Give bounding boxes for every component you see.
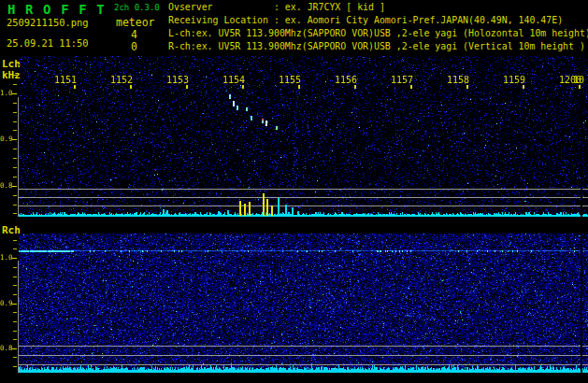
lch-freq-major-tick	[12, 93, 17, 94]
lch-freq-major-tick	[12, 186, 17, 187]
lch-freq-minor-tick	[13, 177, 17, 177]
rch-freq-minor-tick	[13, 267, 17, 268]
lch-freq-minor-tick	[13, 167, 17, 168]
time-tick-1158	[466, 85, 468, 89]
mode-label: meteor	[116, 16, 155, 29]
time-label-1154: 1154	[221, 75, 245, 85]
lch-freq-major-tick	[12, 139, 17, 140]
time-tick-1156	[354, 85, 356, 89]
lch-freq-minor-tick	[13, 84, 17, 85]
rch-freq-minor-tick	[13, 285, 17, 286]
lch-freq-label-0.8: 0.8	[0, 181, 13, 190]
time-label-1155: 1155	[277, 75, 301, 85]
time-label-1152: 1152	[108, 75, 133, 85]
rch-freq-minor-tick	[13, 366, 17, 367]
datetime-label: 25.09.21 11:50	[7, 37, 89, 49]
lch-freq-label-0.9: 0.9	[0, 135, 13, 143]
output-filename: 2509211150.png	[7, 17, 89, 28]
channel-version-label: 2ch 0.3.0	[114, 3, 160, 12]
time-tick-1200	[579, 85, 581, 89]
time-label-1153: 1153	[165, 75, 189, 85]
time-tick-1152	[130, 85, 132, 89]
time-tick-1154	[242, 85, 244, 89]
lch-freq-minor-tick	[13, 158, 17, 159]
lch-freq-minor-tick	[13, 112, 17, 113]
lch-freq-minor-tick	[13, 121, 17, 122]
lch-freq-minor-tick	[13, 103, 17, 104]
lch-freq-minor-tick	[13, 130, 17, 131]
location-line: Receiving Location : ex. Aomori City Aom…	[168, 15, 563, 26]
rch-freq-minor-tick	[13, 240, 17, 241]
rch-freq-major-tick	[12, 348, 17, 349]
rch-panel-title: Rch	[2, 224, 21, 236]
lch-freq-minor-tick	[13, 213, 17, 214]
lch-freq-minor-tick	[13, 149, 17, 149]
lch-setup-line: L-ch:ex. UV5R 113.900Mhz(SAPPORO VOR)USB…	[168, 28, 588, 39]
time-label-1156: 1156	[333, 75, 357, 85]
rch-freq-minor-tick	[13, 248, 17, 249]
rch-freq-major-tick	[12, 258, 17, 259]
khz-unit-label: kHz	[2, 69, 21, 81]
time-tick-1151	[74, 85, 76, 89]
time-tick-1159	[523, 85, 524, 89]
time-label-partial: 10	[573, 75, 588, 85]
rch-freq-minor-tick	[13, 339, 17, 340]
time-label-1159: 1159	[501, 75, 525, 85]
rch-freq-major-tick	[12, 304, 17, 305]
lch-freq-label-1.0: 1.0	[0, 89, 13, 97]
lch-freq-minor-tick	[13, 75, 17, 76]
time-label-1158: 1158	[445, 75, 469, 85]
lch-freq-minor-tick	[13, 195, 17, 196]
rch-spectrogram-canvas	[19, 234, 588, 373]
rch-freq-minor-tick	[13, 331, 17, 332]
rch-freq-minor-tick	[13, 294, 17, 295]
rch-freq-minor-tick	[13, 277, 17, 277]
rch-setup-line: R-ch:ex. UV5R 113.900Mhz(SAPPORO VOR)USB…	[168, 41, 585, 52]
time-tick-1153	[186, 85, 188, 89]
observer-line: Ovserver : ex. JR7CYX [ kid ]	[168, 2, 385, 13]
time-tick-1157	[410, 85, 412, 89]
hrofft-window: H R O F F T 2ch 0.3.0 2509211150.png met…	[0, 0, 588, 383]
app-title: H R O F F T	[7, 2, 106, 17]
rch-freq-label-1.0: 1.0	[0, 253, 13, 262]
rch-freq-minor-tick	[13, 357, 17, 358]
rch-freq-minor-tick	[13, 321, 17, 322]
time-label-1151: 1151	[52, 75, 77, 85]
rch-freq-label-0.9: 0.9	[0, 299, 13, 307]
time-tick-1155	[298, 85, 300, 89]
rch-freq-label-0.8: 0.8	[0, 344, 13, 352]
rch-axis-line	[18, 261, 19, 373]
lch-freq-minor-tick	[13, 205, 17, 206]
time-label-1157: 1157	[389, 75, 413, 85]
rch-freq-minor-tick	[13, 312, 17, 313]
rch-meteor-count: 0	[131, 40, 137, 53]
lch-meteor-count: 4	[131, 28, 137, 41]
lch-axis-line	[18, 97, 19, 217]
